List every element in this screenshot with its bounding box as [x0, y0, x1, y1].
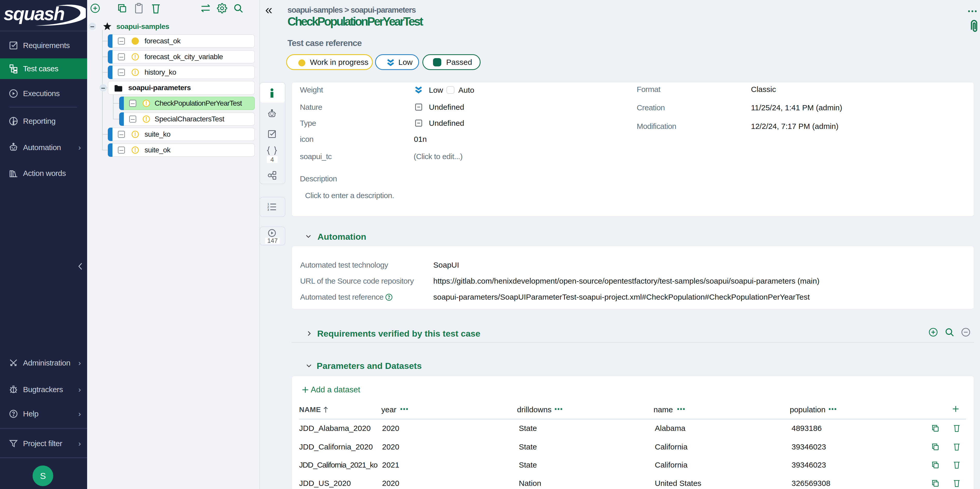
svg-text:3: 3 — [267, 208, 269, 211]
svg-text:squash: squash — [4, 3, 64, 24]
